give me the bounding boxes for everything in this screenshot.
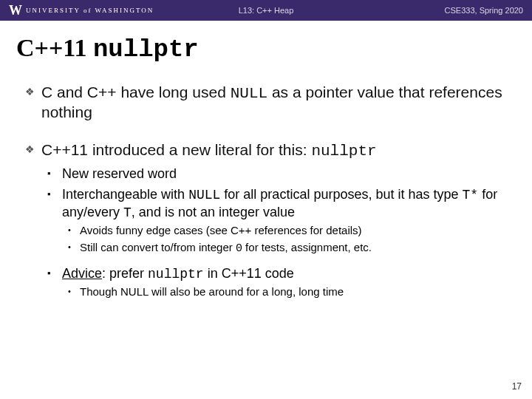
bullet-marker: •: [68, 285, 80, 299]
bullet-marker: ▪: [47, 186, 62, 221]
bullet-text: Interchangeable with NULL for all practi…: [62, 186, 507, 221]
course-label: CSE333, Spring 2020: [445, 6, 523, 15]
uw-wordmark: UNIVERSITY of WASHINGTON: [26, 7, 154, 14]
bullet-marker: •: [68, 224, 80, 238]
uw-w-mark: W: [9, 3, 21, 18]
bullet-level-2: ▪Advice: prefer nullptr in C++11 code: [47, 265, 507, 283]
bullet-level-2: ▪Interchangeable with NULL for all pract…: [47, 186, 507, 221]
bullet-level-3: •Avoids funny edge cases (see C++ refere…: [68, 224, 507, 238]
bullet-text: Though NULL will also be around for a lo…: [80, 285, 344, 299]
bullet-marker: •: [68, 241, 80, 256]
bullet-marker: ▪: [47, 166, 62, 183]
title-code: nullptr: [93, 35, 199, 64]
bullet-text: C++11 introduced a new literal for this:…: [41, 140, 507, 160]
slide-body: ❖C and C++ have long used NULL as a poin…: [0, 83, 532, 299]
title-plain: C++11: [16, 34, 93, 61]
bullet-level-3: •Though NULL will also be around for a l…: [68, 285, 507, 299]
bullet-text: Advice: prefer nullptr in C++11 code: [62, 265, 294, 283]
bullet-text: New reserved word: [62, 166, 177, 183]
bullet-marker: ▪: [47, 265, 62, 283]
bullet-text: Avoids funny edge cases (see C++ referen…: [80, 224, 362, 238]
lecture-label: L13: C++ Heap: [239, 6, 294, 15]
bullet-level-3: •Still can convert to/from integer 0 for…: [68, 241, 507, 256]
bullet-text: Still can convert to/from integer 0 for …: [80, 241, 372, 256]
bullet-level-2: ▪New reserved word: [47, 166, 507, 183]
bullet-level-1: ❖C and C++ have long used NULL as a poin…: [25, 83, 507, 121]
bullet-level-1: ❖C++11 introduced a new literal for this…: [25, 140, 507, 160]
slide-title: C++11 nullptr: [0, 21, 532, 71]
bullet-marker: ❖: [25, 83, 41, 121]
bullet-marker: ❖: [25, 140, 41, 160]
bullet-text: C and C++ have long used NULL as a point…: [41, 83, 507, 121]
uw-logo: W UNIVERSITY of WASHINGTON: [9, 3, 154, 18]
slide-header: W UNIVERSITY of WASHINGTON L13: C++ Heap…: [0, 0, 532, 21]
page-number: 17: [512, 381, 522, 392]
